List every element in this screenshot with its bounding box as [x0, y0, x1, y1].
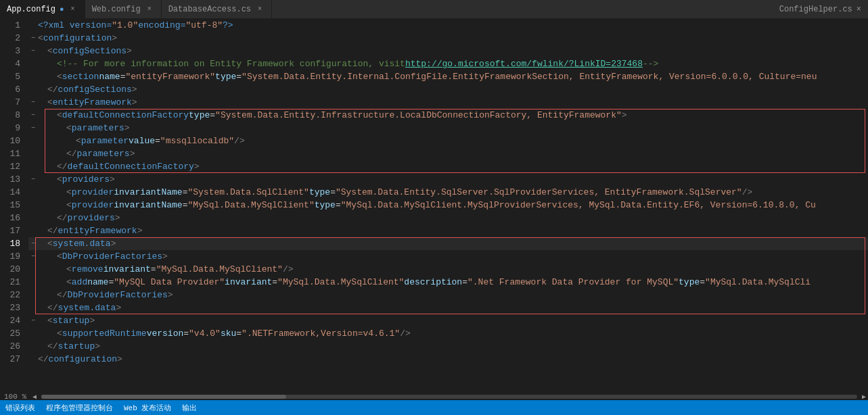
tab-app-config-close[interactable]: ×: [68, 5, 78, 14]
line-num: 27: [0, 353, 20, 366]
tab-config-helper-close[interactable]: ×: [856, 5, 861, 14]
token-tag: system.data: [58, 301, 116, 314]
token-bracket: <: [47, 314, 53, 327]
token-bracket: >: [168, 289, 173, 301]
tab-web-config-close[interactable]: ×: [145, 5, 154, 14]
line-num: 23: [0, 301, 20, 314]
code-container[interactable]: <?xml version="1.0" encoding="utf-8"?>−<…: [26, 19, 868, 393]
token-attr: type: [315, 199, 336, 212]
code-line: −<DbProviderFactories>: [28, 250, 868, 263]
scrollbar-thumb[interactable]: [41, 395, 286, 399]
token-text: =: [108, 276, 114, 289]
token-text: =: [210, 109, 215, 122]
token-bracket: </: [47, 224, 58, 237]
fold-indicator[interactable]: −: [28, 109, 38, 122]
fold-indicator[interactable]: −: [28, 122, 38, 135]
token-tag: configSections: [58, 83, 132, 96]
tab-database-access[interactable]: DatabaseAccess.cs ×: [162, 0, 272, 18]
scrollbar-track[interactable]: [41, 395, 857, 399]
token-bracket: </: [47, 301, 58, 314]
line-num: 20: [0, 263, 20, 276]
token-value: "MySql.Data.MySqlClient": [187, 199, 314, 212]
token-bracket: <: [47, 237, 53, 250]
code-line: <parameter value="mssqllocaldb" />: [28, 135, 868, 147]
token-tag: section: [62, 70, 99, 83]
horizontal-scrollbar[interactable]: 100 % ◀ ▶: [0, 393, 868, 400]
line-num: 15: [0, 199, 20, 212]
line-num: 3: [0, 45, 20, 57]
line-num: 16: [0, 212, 20, 224]
token-value: "MySql.Data.MySqlClient.MySqlProviderSer…: [341, 199, 816, 212]
token-tag: entityFramework: [53, 96, 132, 109]
token-tag: configuration: [43, 32, 112, 45]
token-bracket: <: [66, 186, 72, 199]
tab-app-config[interactable]: App.config ● ×: [0, 0, 85, 18]
token-value: "System.Data.Entity.Internal.ConfigFile.…: [242, 70, 817, 83]
token-bracket: <: [47, 45, 53, 57]
token-value: "v4.0": [189, 327, 221, 340]
code-content: <?xml version="1.0" encoding="utf-8"?>−<…: [26, 19, 868, 366]
token-tag: supportedRuntime: [62, 327, 147, 340]
token-attr: version: [147, 327, 184, 340]
token-bracket: </: [57, 160, 68, 173]
zoom-label: 100 %: [0, 393, 30, 401]
fold-indicator[interactable]: −: [28, 45, 38, 57]
token-bracket: >: [622, 109, 627, 122]
bottom-tab-1[interactable]: 程序包管理器控制台: [46, 403, 113, 413]
token-attr: sku: [221, 327, 236, 340]
token-tag: providers: [62, 173, 110, 186]
token-text: =: [183, 199, 188, 212]
token-bracket: <: [66, 276, 72, 289]
line-num: 17: [0, 224, 20, 237]
bottom-tab-2[interactable]: Web 发布活动: [124, 403, 171, 413]
code-line: </defaultConnectionFactory>: [28, 160, 868, 173]
token-bracket: <: [57, 250, 62, 263]
scroll-right-btn[interactable]: ▶: [860, 393, 868, 401]
token-tag: providers: [68, 212, 115, 224]
token-text: =: [183, 186, 188, 199]
code-line: </entityFramework>: [28, 224, 868, 237]
code-line: <provider invariantName="MySql.Data.MySq…: [28, 199, 868, 212]
token-bracket: </: [38, 353, 49, 366]
line-num: 7: [0, 96, 20, 109]
token-bracket: >: [132, 96, 137, 109]
token-text: =: [330, 186, 336, 199]
bottom-tab-0[interactable]: 错误列表: [5, 403, 35, 413]
line-num: 26: [0, 340, 20, 353]
line-numbers: 1234567891011121314151617181920212223242…: [0, 19, 26, 393]
fold-indicator[interactable]: −: [28, 237, 38, 250]
code-line: −<defaultConnectionFactory type="System.…: [28, 109, 868, 122]
line-num: 21: [0, 276, 20, 289]
token-link[interactable]: http://go.microsoft.com/fwlink/?LinkID=2…: [405, 57, 643, 70]
token-tag: parameters: [77, 147, 130, 160]
token-tag: defaultConnectionFactory: [68, 160, 194, 173]
token-tag: DbProviderFactories: [68, 289, 168, 301]
scroll-left-btn[interactable]: ◀: [30, 393, 39, 401]
token-tag: DbProviderFactories: [62, 250, 162, 263]
token-text: =: [236, 327, 242, 340]
token-bracket: />: [234, 135, 245, 147]
code-line: <?xml version="1.0" encoding="utf-8"?>: [28, 19, 868, 32]
tab-web-config[interactable]: Web.config ×: [85, 0, 162, 18]
line-num: 9: [0, 122, 20, 135]
token-bracket: >: [115, 212, 120, 224]
code-line: −<configuration>: [28, 32, 868, 45]
tab-bar: App.config ● × Web.config × DatabaseAcce…: [0, 0, 868, 19]
token-bracket: >: [124, 122, 130, 135]
token-attr: description: [404, 276, 462, 289]
token-pi: <?xml version=: [38, 19, 112, 32]
fold-indicator[interactable]: −: [28, 173, 38, 186]
token-text: =: [236, 70, 242, 83]
token-bracket: <: [47, 96, 53, 109]
fold-indicator[interactable]: −: [28, 250, 38, 263]
fold-indicator[interactable]: −: [28, 32, 38, 45]
bottom-tab-3[interactable]: 输出: [182, 403, 197, 413]
tab-database-access-close[interactable]: ×: [255, 5, 265, 14]
token-value: "1.0": [112, 19, 138, 32]
line-num: 2: [0, 32, 20, 45]
fold-indicator[interactable]: −: [28, 314, 38, 327]
fold-indicator[interactable]: −: [28, 96, 38, 109]
line-num: 5: [0, 70, 20, 83]
token-value: "System.Data.Entity.Infrastructure.Local…: [215, 109, 622, 122]
tab-config-helper[interactable]: ConfigHelper.cs ×: [773, 0, 868, 18]
